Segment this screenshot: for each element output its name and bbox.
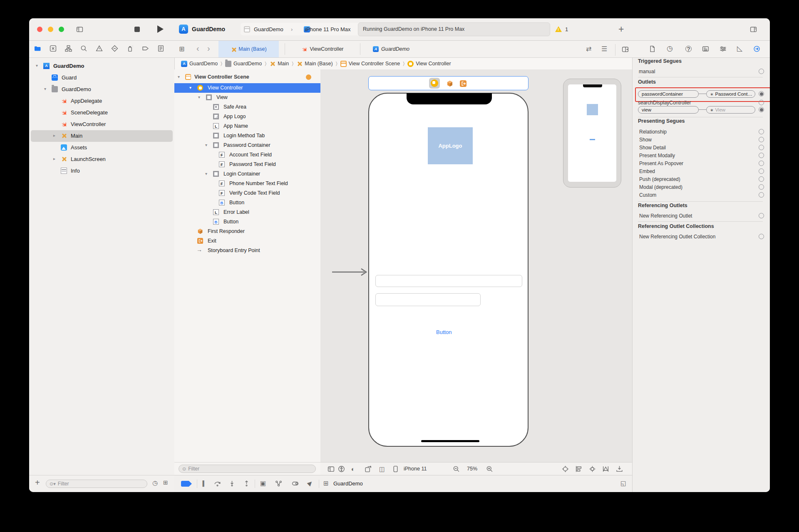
accessibility-preview-icon[interactable] (338, 465, 345, 473)
chevron-down-icon[interactable]: ▾ (198, 95, 200, 99)
outline-row[interactable]: First Responder (174, 227, 320, 236)
zoom-in-icon[interactable] (486, 465, 493, 473)
tab-guarddemo[interactable]: A GuardDemo (364, 41, 418, 57)
swap-editor-icon[interactable]: ⇄ (586, 46, 591, 52)
connection-well[interactable] (759, 161, 764, 166)
outlet-target-pill[interactable]: ∗ Password Cont… (706, 90, 755, 98)
console-toggle-icon[interactable]: ◱ (620, 480, 626, 486)
history-inspector-icon[interactable]: ◷ (667, 45, 673, 52)
connection-well-filled[interactable] (759, 91, 764, 97)
navigator-row-main-selected[interactable]: ▸ Main (29, 130, 174, 142)
navigator-row[interactable]: ▾ A GuardDemo (29, 60, 174, 72)
step-over-icon[interactable] (214, 480, 221, 487)
split-view-icon[interactable]: ◫ (379, 466, 385, 472)
process-name-label[interactable]: GuardDemo (333, 480, 363, 487)
preview-device[interactable] (563, 79, 621, 188)
outline-scene-header[interactable]: ▾ View Controller Scene (174, 72, 320, 82)
identity-inspector-icon[interactable] (702, 45, 709, 52)
outlet-target-pill[interactable]: ∗ View (706, 106, 755, 114)
outline-row[interactable]: ▾ View (174, 93, 320, 102)
find-navigator-icon[interactable] (80, 45, 87, 52)
connection-well[interactable] (759, 129, 764, 134)
exit-dock-icon[interactable] (460, 80, 466, 87)
outline-row[interactable]: F Password Text Field (174, 160, 320, 169)
editor-options-icon[interactable]: ☰ (601, 46, 607, 52)
connection-well[interactable] (759, 168, 764, 174)
outline-row[interactable]: → Storyboard Entry Point (174, 246, 320, 255)
device-name-label[interactable]: iPhone 11 (404, 466, 427, 472)
warning-icon[interactable] (555, 26, 562, 32)
back-button[interactable]: ‹ (196, 44, 199, 52)
hide-document-outline-icon[interactable] (328, 465, 335, 473)
appearance-toggle-icon[interactable]: ◐ (351, 466, 355, 472)
tab-viewcontroller[interactable]: ViewController (289, 41, 356, 57)
recent-files-icon[interactable]: ◷ (152, 480, 158, 486)
stop-button[interactable] (134, 27, 140, 32)
chevron-down-icon[interactable]: ▾ (205, 143, 207, 147)
navigator-row[interactable]: Assets (29, 142, 174, 153)
memory-graph-icon[interactable] (275, 480, 282, 487)
connection-well[interactable] (759, 153, 764, 158)
close-window-button[interactable] (37, 27, 42, 32)
outline-row[interactable]: App Logo (174, 112, 320, 121)
device-icon[interactable] (392, 465, 399, 473)
outlet-pill-password-container[interactable]: passwordContainer (638, 90, 699, 98)
orientation-icon[interactable] (365, 465, 372, 473)
environment-overrides-icon[interactable] (292, 480, 299, 487)
add-editor-icon[interactable] (622, 46, 629, 53)
zoom-out-icon[interactable] (453, 465, 460, 473)
breakpoint-navigator-icon[interactable] (142, 45, 149, 52)
issue-navigator-icon[interactable] (96, 45, 103, 52)
connection-well[interactable] (759, 145, 764, 150)
view-controller-dock-icon[interactable] (431, 79, 438, 87)
add-file-button[interactable]: + (35, 478, 40, 487)
breadcrumb-main[interactable]: Main (269, 61, 289, 67)
resolve-autolayout-icon[interactable] (602, 465, 609, 473)
connection-well[interactable] (759, 69, 764, 74)
update-frames-icon[interactable] (616, 465, 623, 473)
scheme-project-label[interactable]: GuardDemo (254, 26, 283, 32)
toggle-navigator-icon[interactable] (76, 26, 83, 33)
connection-well[interactable] (759, 192, 764, 198)
test-navigator-icon[interactable] (111, 45, 118, 52)
chevron-down-icon[interactable]: ▾ (36, 63, 38, 68)
first-responder-dock-icon[interactable] (447, 80, 453, 87)
chevron-right-icon[interactable]: ▸ (53, 133, 55, 138)
navigator-row[interactable]: Guard (29, 72, 174, 84)
chevron-right-icon[interactable]: ▸ (53, 156, 55, 161)
library-plus-button[interactable]: + (618, 25, 624, 34)
quick-help-inspector-icon[interactable]: ? (685, 46, 692, 52)
outline-filter-field[interactable]: ⊙ Filter (179, 465, 316, 473)
forward-button[interactable]: › (207, 44, 210, 52)
outline-row[interactable]: Exit (174, 236, 320, 246)
outline-row[interactable]: ▾ Password Container (174, 141, 320, 150)
connection-well[interactable] (759, 100, 764, 105)
breadcrumb-scene[interactable]: View Controller Scene (340, 61, 400, 67)
outline-row[interactable]: L App Name (174, 121, 320, 131)
password-text-field[interactable] (375, 293, 481, 306)
outline-row[interactable]: F Phone Number Text Field (174, 179, 320, 188)
navigator-row[interactable]: ViewController (29, 119, 174, 130)
simulate-location-icon[interactable]: ▶ (306, 479, 314, 487)
size-inspector-icon[interactable]: ◺ (737, 45, 742, 52)
debug-navigator-icon[interactable] (127, 45, 134, 52)
report-navigator-icon[interactable] (157, 45, 164, 52)
scm-status-filter-icon[interactable]: ⊞ (163, 480, 168, 485)
scheme-device-label[interactable]: iPhone 11 Pro Max (305, 26, 351, 32)
tab-main-base[interactable]: Main (Base) (218, 41, 279, 57)
chevron-down-icon[interactable]: ▾ (205, 171, 207, 176)
outline-row[interactable]: F Account Text Field (174, 150, 320, 160)
symbol-navigator-icon[interactable] (65, 45, 72, 52)
pause-icon[interactable]: ∥ (202, 480, 205, 486)
toggle-inspector-icon[interactable] (750, 26, 757, 33)
navigator-row[interactable]: ▸ LaunchScreen (29, 153, 174, 165)
minimize-window-button[interactable] (48, 27, 53, 32)
step-into-icon[interactable] (228, 480, 236, 487)
connection-well[interactable] (759, 137, 764, 142)
breadcrumb-group[interactable]: GuardDemo (225, 61, 262, 67)
outline-row[interactable]: Login Method Tab (174, 131, 320, 141)
chevron-down-icon[interactable]: ▾ (189, 85, 191, 90)
breakpoints-toggle[interactable] (181, 481, 192, 487)
scene-dock-button[interactable] (306, 74, 311, 80)
focus-scope-icon[interactable] (562, 465, 569, 473)
